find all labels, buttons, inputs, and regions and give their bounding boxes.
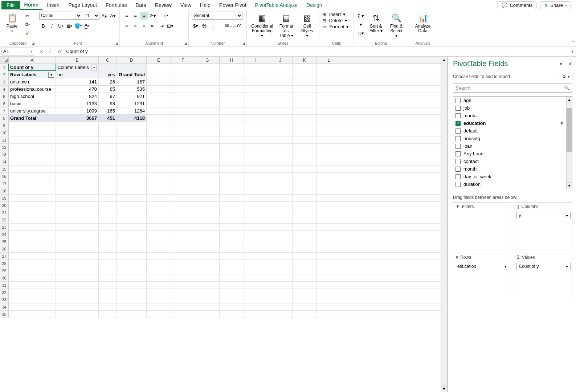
row-header-7[interactable]: 7 bbox=[0, 107, 9, 114]
cell-L8[interactable] bbox=[317, 115, 341, 122]
cell-C28[interactable] bbox=[99, 260, 117, 267]
row-header-5[interactable]: 5 bbox=[0, 93, 9, 100]
cell-L20[interactable] bbox=[317, 202, 341, 209]
row-header-32[interactable]: 32 bbox=[0, 289, 9, 296]
cell-F7[interactable] bbox=[171, 107, 195, 114]
cell-L23[interactable] bbox=[317, 224, 341, 230]
cell-D23[interactable] bbox=[117, 224, 147, 230]
chevron-down-icon[interactable]: ▾ bbox=[504, 264, 507, 269]
row-header-23[interactable]: 23 bbox=[0, 224, 9, 230]
cell-E24[interactable] bbox=[147, 231, 171, 238]
cell-A7[interactable]: university.degree bbox=[9, 107, 56, 114]
tab-insert[interactable]: Insert bbox=[42, 1, 64, 9]
cell-L31[interactable] bbox=[317, 282, 341, 289]
cell-J10[interactable] bbox=[268, 129, 293, 136]
cell-E25[interactable] bbox=[147, 238, 171, 245]
borders-button[interactable]: ▦▾ bbox=[65, 22, 73, 30]
cell-K28[interactable] bbox=[293, 260, 317, 267]
italic-button[interactable]: I bbox=[48, 22, 56, 30]
cell-I9[interactable] bbox=[244, 122, 268, 129]
cell-K25[interactable] bbox=[293, 238, 317, 245]
cell-D14[interactable] bbox=[117, 158, 147, 165]
cell-E18[interactable] bbox=[147, 187, 171, 194]
cell-L6[interactable] bbox=[317, 100, 341, 107]
cell-F20[interactable] bbox=[171, 202, 195, 209]
cell-I10[interactable] bbox=[244, 129, 268, 136]
cell-A25[interactable] bbox=[9, 238, 56, 245]
cell-F29[interactable] bbox=[171, 267, 195, 274]
cell-L10[interactable] bbox=[317, 129, 341, 136]
cell-I33[interactable] bbox=[244, 296, 268, 303]
cell-H13[interactable] bbox=[220, 151, 244, 158]
cell-A30[interactable] bbox=[9, 274, 56, 281]
cell-H35[interactable] bbox=[220, 311, 244, 318]
tab-pivottable-analyze[interactable]: PivotTable Analyze bbox=[251, 1, 302, 9]
row-header-18[interactable]: 18 bbox=[0, 187, 9, 194]
field-item-education[interactable]: ✓education▼ bbox=[453, 119, 566, 127]
cell-K8[interactable] bbox=[293, 115, 317, 122]
cell-K7[interactable] bbox=[293, 107, 317, 114]
cell-A5[interactable]: high.school bbox=[9, 93, 56, 100]
cell-J21[interactable] bbox=[268, 209, 293, 216]
cell-L15[interactable] bbox=[317, 166, 341, 172]
column-labels-filter[interactable]: ▾ bbox=[91, 65, 97, 70]
cell-F19[interactable] bbox=[171, 195, 195, 201]
cell-E6[interactable] bbox=[147, 100, 171, 107]
cell-H3[interactable] bbox=[220, 78, 244, 85]
decrease-decimal-button[interactable]: ←.00 bbox=[233, 22, 241, 30]
row-header-20[interactable]: 20 bbox=[0, 202, 9, 209]
cell-I5[interactable] bbox=[244, 93, 268, 100]
cell-A29[interactable] bbox=[9, 267, 56, 274]
field-item-job[interactable]: job bbox=[453, 104, 566, 112]
field-chip-count-of-y[interactable]: Count of y▾ bbox=[516, 263, 571, 270]
cell-D22[interactable] bbox=[117, 216, 147, 223]
cell-H6[interactable] bbox=[220, 100, 244, 107]
field-item-day_of_week[interactable]: day_of_week bbox=[453, 173, 566, 180]
copy-button[interactable]: ⧉▾ bbox=[23, 20, 31, 28]
cell-G18[interactable] bbox=[195, 187, 220, 194]
cell-G20[interactable] bbox=[195, 202, 220, 209]
cell-D4[interactable]: 535 bbox=[117, 86, 147, 93]
cell-I13[interactable] bbox=[244, 151, 268, 158]
row-header-16[interactable]: 16 bbox=[0, 173, 9, 180]
cell-H7[interactable] bbox=[220, 107, 244, 114]
cell-B9[interactable] bbox=[56, 122, 99, 129]
column-header-C[interactable]: C bbox=[99, 57, 117, 64]
cell-E9[interactable] bbox=[147, 122, 171, 129]
field-scroll-thumb[interactable] bbox=[567, 108, 572, 152]
field-checkbox[interactable] bbox=[456, 159, 461, 164]
cell-J30[interactable] bbox=[268, 274, 293, 281]
row-header-1[interactable]: 1 bbox=[0, 64, 9, 71]
cell-E35[interactable] bbox=[147, 311, 171, 318]
field-chip-y[interactable]: y▾ bbox=[516, 212, 571, 219]
row-header-2[interactable]: 2 bbox=[0, 71, 9, 78]
cell-H5[interactable] bbox=[220, 93, 244, 100]
cell-I28[interactable] bbox=[244, 260, 268, 267]
cell-G3[interactable] bbox=[195, 78, 220, 85]
cell-C26[interactable] bbox=[99, 245, 117, 252]
cell-I21[interactable] bbox=[244, 209, 268, 216]
cell-H30[interactable] bbox=[220, 274, 244, 281]
cell-B5[interactable]: 824 bbox=[56, 93, 99, 100]
cell-H12[interactable] bbox=[220, 144, 244, 151]
cell-A16[interactable] bbox=[9, 173, 56, 180]
cell-L22[interactable] bbox=[317, 216, 341, 223]
accounting-format-button[interactable]: $▾ bbox=[192, 22, 200, 30]
cell-L1[interactable] bbox=[317, 64, 341, 71]
cell-I11[interactable] bbox=[244, 136, 268, 143]
field-item-loan[interactable]: loan bbox=[453, 142, 566, 150]
row-header-31[interactable]: 31 bbox=[0, 282, 9, 289]
cell-A14[interactable] bbox=[9, 158, 56, 165]
cell-D9[interactable] bbox=[117, 122, 147, 129]
cell-K35[interactable] bbox=[293, 311, 317, 318]
clear-button[interactable]: ◇▾ bbox=[357, 29, 365, 37]
column-header-K[interactable]: K bbox=[293, 57, 317, 64]
cell-B32[interactable] bbox=[56, 289, 99, 296]
row-header-29[interactable]: 29 bbox=[0, 267, 9, 274]
tab-design[interactable]: Design bbox=[302, 1, 327, 9]
cell-D20[interactable] bbox=[117, 202, 147, 209]
underline-button[interactable]: U▾ bbox=[57, 22, 65, 30]
cell-K2[interactable] bbox=[293, 71, 317, 78]
cell-G10[interactable] bbox=[195, 129, 220, 136]
field-search-input[interactable]: Search 🔍 bbox=[453, 83, 572, 93]
